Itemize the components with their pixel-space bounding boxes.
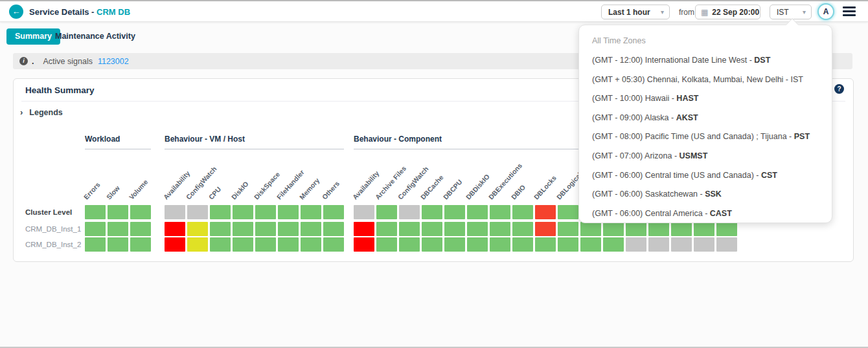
timezone-option[interactable]: (GMT - 08:00) Pacific Time (US and Canad… xyxy=(592,127,819,147)
timezone-option[interactable]: (GMT - 09:00) Alaska - AKST xyxy=(592,109,819,128)
heatmap-cell[interactable] xyxy=(671,222,692,236)
heatmap-cell[interactable] xyxy=(278,237,299,252)
heatmap-cell[interactable] xyxy=(354,237,374,252)
heatmap-cell[interactable] xyxy=(512,237,533,252)
heatmap-cell[interactable] xyxy=(376,222,397,236)
heatmap-cell[interactable] xyxy=(694,222,714,236)
avatar[interactable]: A xyxy=(817,3,834,20)
heatmap-cell[interactable] xyxy=(210,205,231,219)
heatmap-cell[interactable] xyxy=(399,205,420,219)
heatmap-cell[interactable] xyxy=(399,237,420,252)
timezone-option-abbr: USMST xyxy=(680,151,708,160)
heatmap-cell[interactable] xyxy=(535,205,556,219)
heatmap-cell[interactable] xyxy=(626,222,646,236)
heatmap-cell[interactable] xyxy=(603,237,624,252)
timezone-option[interactable]: (GMT + 05:30) Chennai, Kolkata, Mumbai, … xyxy=(592,71,819,90)
heatmap-cell[interactable] xyxy=(233,222,253,236)
datetime-picker-button[interactable]: ▦ 22 Sep 20:00 xyxy=(695,5,760,19)
heatmap-cell[interactable] xyxy=(233,237,253,252)
heatmap-cell[interactable] xyxy=(694,237,714,252)
heatmap-cell[interactable] xyxy=(85,205,106,219)
heatmap-cell[interactable] xyxy=(626,237,646,252)
heatmap-cell[interactable] xyxy=(354,205,374,219)
heatmap-cell[interactable] xyxy=(255,222,276,236)
heatmap-cell[interactable] xyxy=(512,222,533,236)
heatmap-cell[interactable] xyxy=(558,205,578,219)
heatmap-cell[interactable] xyxy=(399,222,420,236)
heatmap-cell[interactable] xyxy=(187,237,208,252)
heatmap-cell[interactable] xyxy=(444,222,465,236)
heatmap-cell[interactable] xyxy=(716,237,737,252)
heatmap-cell[interactable] xyxy=(130,237,151,252)
heatmap-cell[interactable] xyxy=(467,222,488,236)
heatmap-cell[interactable] xyxy=(467,237,488,252)
heatmap-cell[interactable] xyxy=(108,222,128,236)
heatmap-cell[interactable] xyxy=(255,237,276,252)
heatmap-cell[interactable] xyxy=(558,237,578,252)
heatmap-cell[interactable] xyxy=(354,222,374,236)
heatmap-cell[interactable] xyxy=(323,237,344,252)
timezone-option-abbr: DST xyxy=(754,56,770,65)
heatmap-cell[interactable] xyxy=(444,237,465,252)
heatmap-cell[interactable] xyxy=(467,205,488,219)
heatmap-cell[interactable] xyxy=(130,222,151,236)
timezone-option[interactable]: (GMT - 06:00) Central America - CAST xyxy=(592,204,819,224)
timezone-option[interactable]: (GMT - 06:00) Saskatchewan - SSK xyxy=(592,185,819,204)
heatmap-cell[interactable] xyxy=(558,222,578,236)
heatmap-cell[interactable] xyxy=(535,237,556,252)
heatmap-cell[interactable] xyxy=(278,205,299,219)
active-signals-count-link[interactable]: 1123002 xyxy=(98,57,129,66)
heatmap-cell[interactable] xyxy=(580,237,601,252)
heatmap-cell[interactable] xyxy=(323,205,344,219)
heatmap-cell[interactable] xyxy=(512,205,533,219)
menu-icon[interactable] xyxy=(843,6,856,18)
heatmap-cell[interactable] xyxy=(376,237,397,252)
heatmap-cell[interactable] xyxy=(255,205,276,219)
heatmap-cell[interactable] xyxy=(301,222,321,236)
heatmap-cell[interactable] xyxy=(165,237,185,252)
heatmap-cell[interactable] xyxy=(85,222,106,236)
heatmap-cell[interactable] xyxy=(422,205,442,219)
heatmap-cell[interactable] xyxy=(422,222,442,236)
tab-summary[interactable]: Summary xyxy=(6,28,60,45)
heatmap-cell[interactable] xyxy=(490,237,510,252)
heatmap-cell[interactable] xyxy=(108,205,128,219)
heatmap-cell[interactable] xyxy=(301,237,321,252)
heatmap-cell[interactable] xyxy=(535,222,556,236)
row-label: CRM_DB_Inst_2 xyxy=(25,241,81,248)
heatmap-cell[interactable] xyxy=(130,205,151,219)
heatmap-cell[interactable] xyxy=(376,205,397,219)
timezone-option[interactable]: (GMT - 12:00) International Date Line We… xyxy=(592,51,819,71)
heatmap-cell[interactable] xyxy=(490,205,510,219)
heatmap-cell[interactable] xyxy=(108,237,128,252)
heatmap-cell[interactable] xyxy=(323,222,344,236)
heatmap-cell[interactable] xyxy=(187,205,208,219)
timezone-select[interactable]: IST ▾ xyxy=(770,5,812,19)
timezone-option[interactable]: (GMT - 07:00) Arizona - USMST xyxy=(592,147,819,166)
timezone-option-abbr: IST xyxy=(791,75,803,84)
tab-maintenance-activity[interactable]: Maintenance Activity xyxy=(55,32,135,41)
heatmap-cell[interactable] xyxy=(165,205,185,219)
heatmap-cell[interactable] xyxy=(278,222,299,236)
heatmap-cell[interactable] xyxy=(580,222,601,236)
back-button[interactable]: ← xyxy=(9,5,23,19)
heatmap-cell[interactable] xyxy=(210,222,231,236)
time-range-select[interactable]: Last 1 hour ▾ xyxy=(601,5,670,19)
heatmap-cell[interactable] xyxy=(671,237,692,252)
heatmap-cell[interactable] xyxy=(422,237,442,252)
heatmap-cell[interactable] xyxy=(648,222,669,236)
heatmap-cell[interactable] xyxy=(187,222,208,236)
heatmap-cell[interactable] xyxy=(301,205,321,219)
timezone-option[interactable]: (GMT - 10:00) Hawaii - HAST xyxy=(592,89,819,109)
heatmap-cell[interactable] xyxy=(716,222,737,236)
heatmap-cell[interactable] xyxy=(490,222,510,236)
heatmap-cell[interactable] xyxy=(165,222,185,236)
heatmap-cell[interactable] xyxy=(444,205,465,219)
heatmap-cell[interactable] xyxy=(648,237,669,252)
timezone-option[interactable]: (GMT - 06:00) Central time (US and Canad… xyxy=(592,166,819,186)
info-icon: i xyxy=(19,57,28,65)
heatmap-cell[interactable] xyxy=(233,205,253,219)
heatmap-cell[interactable] xyxy=(210,237,231,252)
heatmap-cell[interactable] xyxy=(603,222,624,236)
heatmap-cell[interactable] xyxy=(85,237,106,252)
